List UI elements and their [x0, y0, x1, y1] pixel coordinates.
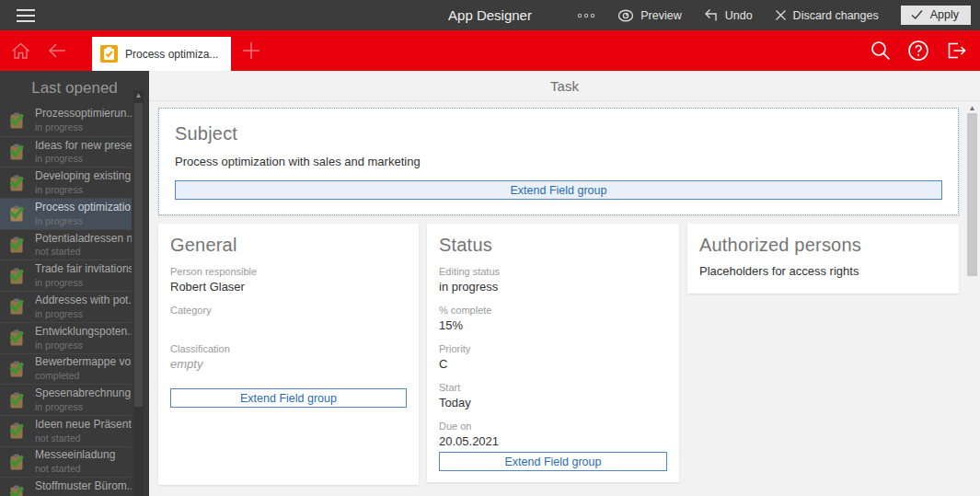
sidebar-scroll-thumb[interactable]	[134, 103, 143, 407]
list-item[interactable]: Developing existing... in progress	[0, 167, 132, 198]
list-item[interactable]: Ideen neue Präsent... not started	[0, 415, 132, 446]
apply-button[interactable]: Apply	[901, 6, 971, 25]
status-fields: Editing status in progress % complete 15…	[439, 265, 667, 449]
field-label: Category	[170, 304, 407, 317]
list-item-title: Ideen neue Präsent...	[35, 419, 132, 432]
list-item[interactable]: Prozessoptimierun... in progress	[0, 105, 132, 136]
status-card-title: Status	[439, 235, 667, 256]
list-item[interactable]: Bewerbermappe vo... completed	[0, 353, 132, 385]
preview-label: Preview	[640, 9, 681, 22]
list-item[interactable]: Entwicklungspoten... in progress	[0, 322, 132, 353]
app-top-bar: App Designer Preview Undo Discard change…	[0, 0, 980, 30]
list-item-title: Spesenabrechnung...	[35, 387, 132, 400]
field: Due on 20.05.2021	[439, 420, 667, 449]
main-scroll-thumb[interactable]	[967, 113, 977, 276]
undo-button[interactable]: Undo	[704, 8, 753, 22]
general-fieldgroup[interactable]: General Person responsible Robert Glaser…	[158, 224, 419, 485]
list-item-status: in progress	[35, 184, 132, 195]
back-button[interactable]	[40, 30, 74, 71]
help-button[interactable]	[905, 30, 932, 71]
ellipsis-icon	[577, 12, 595, 19]
list-item-title: Prozessoptimierun...	[35, 108, 132, 121]
last-opened-sidebar: Last opened Prozessoptimierun... in prog…	[0, 71, 149, 496]
field-value: Robert Glaser	[170, 280, 407, 294]
list-item[interactable]: Potentialadressen n... not started	[0, 229, 132, 260]
list-item-status: in progress	[35, 215, 132, 226]
field: Priority C	[439, 342, 667, 372]
task-clipboard-icon	[7, 297, 26, 316]
field-label: Due on	[439, 420, 667, 433]
extend-field-group-button-status[interactable]: Extend Field group	[439, 452, 667, 471]
extend-field-group-button-subject[interactable]: Extend Field group	[175, 180, 942, 200]
list-item-status: in progress	[35, 121, 132, 133]
authorized-card-title: Authorized persons	[699, 235, 947, 256]
list-item[interactable]: Trade fair invitations in progress	[0, 260, 132, 291]
sidebar-scrollbar[interactable]: ▲	[133, 90, 144, 496]
authorized-placeholder-text: Placeholders for access rights	[699, 264, 947, 278]
task-clipboard-icon	[7, 143, 26, 161]
list-item-status: not started	[35, 246, 132, 257]
field-label: Person responsible	[170, 265, 407, 278]
list-item-status: in progress	[35, 153, 132, 164]
checkmark-icon	[910, 9, 924, 20]
list-item[interactable]: Spesenabrechnung... in progress	[0, 384, 132, 415]
task-clipboard-icon	[7, 236, 26, 254]
field-value: in progress	[439, 280, 667, 294]
task-clipboard-icon	[7, 421, 26, 440]
extend-field-group-button-general[interactable]: Extend Field group	[170, 388, 407, 408]
task-clipboard-icon	[7, 329, 26, 347]
add-tab-button[interactable]	[231, 30, 271, 71]
field-label: Editing status	[439, 265, 667, 278]
authorized-persons-fieldgroup[interactable]: Authorized persons Placeholders for acce…	[687, 224, 959, 294]
undo-label: Undo	[725, 9, 753, 22]
list-item[interactable]: Addresses with pot... in progress	[0, 291, 132, 322]
field: Start Today	[439, 381, 667, 410]
field-value: empty	[170, 357, 407, 372]
close-icon	[775, 9, 787, 21]
subject-value: Process optimization with sales and mark…	[175, 155, 942, 168]
last-opened-list: Prozessoptimierun... in progress Ideas f…	[0, 105, 132, 496]
tab-process-optimization[interactable]: Process optimiza...	[92, 37, 231, 71]
field-label: Classification	[170, 342, 407, 355]
discard-changes-button[interactable]: Discard changes	[775, 9, 879, 22]
list-item-status: in progress	[35, 308, 132, 319]
main-scrollbar[interactable]: ▲	[964, 101, 980, 496]
field: Person responsible Robert Glaser	[170, 265, 407, 294]
task-clipboard-icon	[7, 391, 26, 409]
list-item-status: in progress	[35, 401, 132, 412]
hamburger-menu-icon[interactable]	[17, 9, 35, 22]
scroll-up-icon[interactable]: ▲	[133, 90, 144, 101]
field: Category	[170, 304, 407, 333]
list-item-title: Potentialadressen n...	[35, 233, 132, 246]
field: Editing status in progress	[439, 265, 667, 294]
list-item[interactable]: Messeeinladung not started	[0, 446, 132, 478]
list-item[interactable]: Process optimizatio... in progress	[0, 198, 132, 229]
field-label: Start	[439, 381, 667, 394]
home-button[interactable]	[0, 30, 40, 71]
red-navigation-bar: Process optimiza...	[0, 30, 980, 71]
list-item-status: in progress	[35, 277, 132, 288]
list-item-title: Developing existing...	[35, 170, 132, 183]
field-value	[170, 318, 407, 333]
sign-out-icon	[945, 40, 967, 62]
overflow-menu-button[interactable]	[577, 12, 595, 19]
preview-button[interactable]: Preview	[617, 9, 681, 22]
list-item[interactable]: Stoffmuster Bürom... completed	[0, 477, 132, 496]
list-item-title: Bewerbermappe vo...	[35, 356, 132, 369]
field-value: Today	[439, 396, 667, 410]
subject-fieldgroup-selection[interactable]: Subject Process optimization with sales …	[158, 108, 959, 215]
list-item-status: not started	[35, 463, 115, 474]
task-clipboard-icon	[7, 453, 26, 471]
status-fieldgroup[interactable]: Status Editing status in progress % comp…	[427, 224, 679, 482]
list-item-title: Addresses with pot...	[35, 294, 132, 307]
list-item-status: not started	[35, 433, 132, 444]
arrow-left-icon	[47, 42, 67, 59]
home-icon	[10, 40, 31, 62]
list-item[interactable]: Ideas for new prese... in progress	[0, 136, 132, 167]
list-item-title: Entwicklungspoten...	[35, 326, 132, 339]
exit-button[interactable]	[942, 30, 970, 71]
sidebar-title: Last opened	[0, 71, 149, 105]
search-button[interactable]	[867, 30, 894, 71]
task-clipboard-icon	[7, 267, 26, 285]
field-label: Priority	[439, 342, 667, 355]
